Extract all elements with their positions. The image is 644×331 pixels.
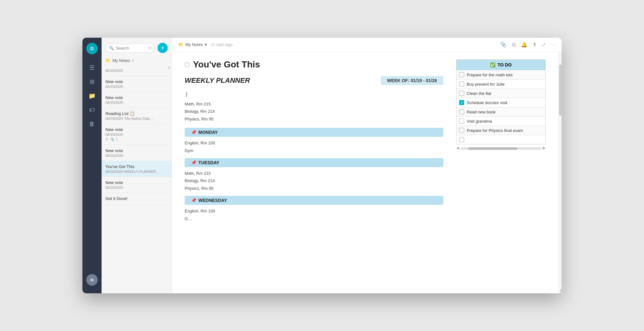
- note-circle-icon: [185, 62, 190, 67]
- note-date: 06/18/2020: [105, 69, 168, 73]
- note-body: You've Got This WEEKLY PLANNER WEEK OF: …: [185, 59, 443, 286]
- todo-checkbox[interactable]: [459, 72, 464, 77]
- search-bar[interactable]: 🔍 ⊟: [105, 44, 155, 52]
- vertical-scrollbar[interactable]: ▼: [558, 52, 562, 293]
- list-item[interactable]: New note 06/18/2020 ⬆ 📎 1: [102, 124, 172, 145]
- sidebar-tag-icon[interactable]: 🏷: [86, 104, 98, 116]
- class-item: Math, Rm 215: [185, 170, 443, 177]
- sidebar-trash-icon[interactable]: 🗑: [86, 118, 98, 130]
- breadcrumb-folder-icon: 📁: [178, 42, 183, 47]
- pin-icon-monday: 📌: [191, 130, 196, 135]
- tag-icon: 🏷: [211, 42, 215, 47]
- note-date: 06/18/2020 WEEKLY PLANNER...: [105, 170, 168, 173]
- list-item[interactable]: Get it Done!: [102, 193, 172, 205]
- pin-icon-wednesday: 📌: [191, 198, 196, 203]
- breadcrumb-folder-name[interactable]: My Notes: [185, 42, 203, 47]
- todo-row: Buy present for Julie: [456, 79, 545, 89]
- add-note-button[interactable]: +: [157, 43, 168, 53]
- cursor-indicator: |: [186, 91, 187, 97]
- todo-panel: ✅ TO DO Prepare for the math tets Buy pr…: [456, 59, 546, 286]
- todo-row: Clean the flat: [456, 89, 545, 98]
- day-header-tuesday: 📌 TUESDAY: [185, 158, 443, 167]
- sidebar-grid-icon[interactable]: ⊞: [86, 76, 98, 88]
- app-window: D ☰ ⊞ 📁 🏷 🗑 N 🔍 ⊟ + 📁 My Notes ▾ ▲: [82, 38, 562, 293]
- todo-row: [456, 135, 545, 144]
- planner-title: WEEKLY PLANNER: [185, 76, 250, 85]
- grid-icon[interactable]: ⊞: [512, 42, 516, 48]
- todo-header: ✅ TO DO: [456, 60, 545, 70]
- note-title-area: You've Got This: [185, 59, 443, 70]
- folder-name: My Notes: [112, 58, 130, 63]
- attach-icon[interactable]: 📎: [500, 42, 507, 48]
- todo-label: Prepare for the math tets: [467, 73, 513, 77]
- scroll-left-icon[interactable]: ◀: [456, 146, 459, 150]
- day-label-tuesday: TUESDAY: [198, 160, 219, 165]
- scroll-right-icon[interactable]: ▶: [543, 146, 546, 150]
- todo-checkbox[interactable]: [459, 128, 464, 133]
- more-icon[interactable]: ···: [551, 42, 555, 48]
- add-tags-button[interactable]: 🏷 Add tags: [211, 42, 233, 47]
- wednesday-classes: English, Rm 100 G...: [185, 207, 443, 222]
- list-item[interactable]: You've Got This 06/18/2020 WEEKLY PLANNE…: [102, 161, 172, 177]
- list-item[interactable]: New note 06/18/2020: [102, 177, 172, 193]
- notes-panel: 🔍 ⊟ + 📁 My Notes ▾ ▲ 06/18/2020 New note…: [102, 38, 172, 293]
- note-meta: ⬆ 📎 1: [105, 137, 168, 142]
- add-tags-label: Add tags: [216, 42, 233, 47]
- todo-label: Visit grandma: [467, 119, 492, 124]
- todo-checkbox[interactable]: [459, 137, 464, 142]
- class-item: Physics, Rm 95: [185, 185, 443, 192]
- day-header-monday: 📌 MONDAY: [185, 128, 443, 137]
- sidebar-menu-icon[interactable]: ☰: [86, 62, 98, 73]
- filter-icon[interactable]: ⊟: [148, 46, 151, 50]
- note-title: New note: [105, 148, 168, 153]
- todo-row: Prepare for the math tets: [456, 70, 545, 79]
- note-date: 06/18/2020 Title Author Date ...: [105, 117, 168, 120]
- classes-section: Math, Rm 215 Biology, Rm 214 Physics, Rm…: [185, 100, 443, 123]
- todo-checkbox[interactable]: [459, 91, 464, 96]
- bell-icon[interactable]: 🔔: [521, 42, 527, 48]
- user-avatar[interactable]: D: [86, 43, 98, 54]
- list-item[interactable]: New note 06/18/2020: [102, 145, 172, 161]
- main-toolbar: 📁 My Notes ▾ 🏷 Add tags 📎 ⊞ 🔔 ⬆ ⤢ ···: [172, 38, 562, 52]
- todo-label: Clean the flat: [467, 91, 491, 96]
- note-title: New note: [105, 95, 168, 100]
- folder-dropdown-icon[interactable]: ▾: [132, 58, 134, 63]
- note-title: New note: [105, 79, 168, 84]
- todo-header-label: TO DO: [497, 62, 511, 67]
- list-item[interactable]: Reading List 📋 06/18/2020 Title Author D…: [102, 108, 172, 124]
- class-item: Physics, Rm 95: [185, 115, 443, 123]
- search-input[interactable]: [116, 46, 146, 50]
- todo-checkbox[interactable]: [459, 109, 464, 114]
- todo-label: Buy present for Julie: [467, 82, 505, 87]
- icon-sidebar: D ☰ ⊞ 📁 🏷 🗑 N: [82, 38, 102, 293]
- bottom-avatar[interactable]: N: [86, 274, 98, 286]
- day-label-wednesday: WEDNESDAY: [198, 198, 227, 203]
- pin-icon-tuesday: 📌: [191, 160, 196, 165]
- todo-checkbox[interactable]: [459, 81, 464, 87]
- todo-label: Prepare for Physics final exam: [467, 128, 523, 133]
- todo-checkbox[interactable]: [459, 119, 464, 124]
- search-icon: 🔍: [109, 46, 114, 50]
- sidebar-folder-icon[interactable]: 📁: [86, 90, 98, 102]
- todo-table: ✅ TO DO Prepare for the math tets Buy pr…: [456, 59, 546, 144]
- todo-checkbox-checked[interactable]: [459, 100, 464, 105]
- note-date: 06/18/2020: [105, 101, 168, 104]
- note-date: 06/18/2020: [105, 186, 168, 189]
- breadcrumb-dropdown-icon[interactable]: ▾: [205, 42, 207, 47]
- class-item: English, Rm 100: [185, 207, 443, 215]
- list-item[interactable]: New note 06/18/2020: [102, 92, 172, 108]
- day-label-monday: MONDAY: [198, 130, 218, 135]
- class-item: English, Rm 100: [185, 139, 443, 147]
- share-icon[interactable]: ⬆: [533, 42, 537, 48]
- weekly-planner-header: WEEKLY PLANNER WEEK OF: 01/19 - 01/26: [185, 76, 443, 85]
- list-item[interactable]: New note 06/18/2020: [102, 76, 172, 92]
- monday-classes: English, Rm 100 Gym: [185, 139, 443, 154]
- note-main-title[interactable]: You've Got This: [193, 59, 260, 70]
- todo-header-emoji: ✅: [490, 62, 495, 67]
- tuesday-classes: Math, Rm 215 Biology, Rm 214 Physics, Rm…: [185, 170, 443, 192]
- todo-row: Prepare for Physics final exam: [456, 126, 545, 135]
- expand-icon[interactable]: ⤢: [542, 42, 546, 48]
- list-item[interactable]: 06/18/2020: [102, 65, 172, 76]
- folder-label[interactable]: 📁 My Notes ▾: [102, 56, 172, 65]
- breadcrumb: 📁 My Notes ▾: [178, 42, 207, 47]
